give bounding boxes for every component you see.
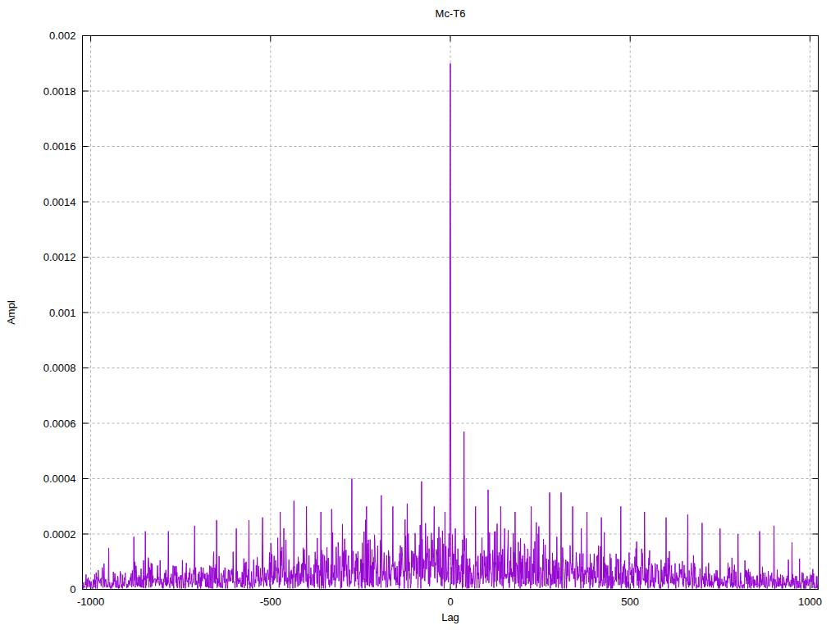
y-tick-label: 0 [70, 583, 75, 596]
y-tick-label: 0.002 [49, 30, 76, 42]
x-tick-label: 1000 [798, 596, 822, 608]
y-tick-label: 0.0008 [43, 362, 76, 374]
y-tick-label: 0.0004 [43, 472, 76, 485]
y-tick-label: 0.001 [49, 307, 76, 319]
y-tick-label: 0.0002 [43, 528, 76, 541]
plot-canvas: 00.00020.00040.00060.00080.0010.00120.00… [0, 0, 840, 630]
x-tick-label: 500 [621, 596, 639, 608]
y-tick-label: 0.0006 [43, 418, 76, 430]
x-tick-label: -500 [260, 596, 281, 608]
chart-figure: Mc-T6 Ampl Lag 00.00020.00040.00060.0008… [0, 0, 840, 630]
x-tick-label: -1000 [77, 596, 104, 608]
y-tick-label: 0.0014 [43, 196, 76, 208]
x-tick-labels: -1000-50005001000 [77, 596, 822, 608]
y-tick-labels: 00.00020.00040.00060.00080.0010.00120.00… [43, 30, 76, 596]
y-tick-label: 0.0018 [43, 85, 76, 98]
y-tick-label: 0.0012 [43, 251, 76, 263]
y-tick-label: 0.0016 [43, 140, 76, 153]
x-tick-label: 0 [447, 596, 453, 608]
